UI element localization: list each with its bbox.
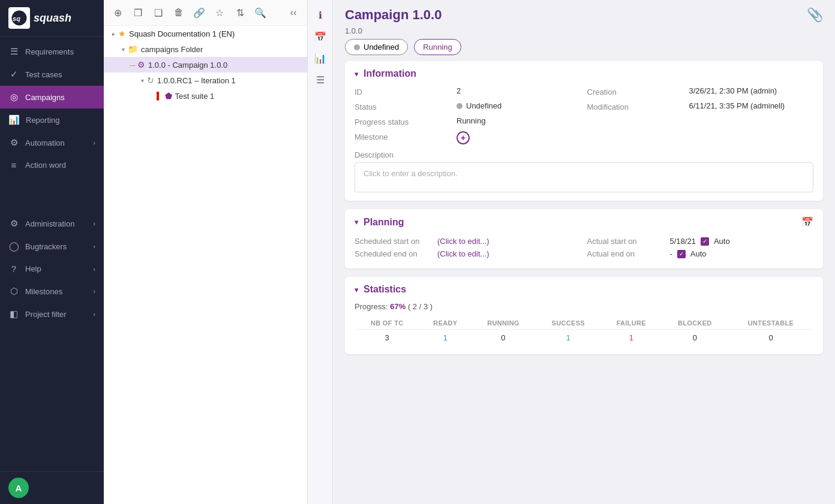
progress-percent: 67% — [390, 302, 406, 311]
sidebar-item-milestones[interactable]: ⬡ Milestones › — [0, 280, 104, 303]
sidebar-item-label: Automation — [25, 138, 65, 147]
auto-label-end: Auto — [690, 249, 707, 258]
scheduled-end-label: Scheduled end on — [355, 249, 432, 258]
tree-node-campaigns-folder[interactable]: ▾ 📁 campaigns Folder — [104, 41, 307, 57]
status-undefined-pill[interactable]: Undefined — [345, 39, 408, 55]
section-chevron-icon: ▾ — [355, 70, 359, 79]
collapse-panel-button[interactable]: ‹‹ — [284, 4, 302, 22]
logo-area: sq squash — [0, 0, 104, 37]
sort-button[interactable]: ⇅ — [231, 4, 249, 22]
tree-node-iteration[interactable]: ▾ ↻ 1.0.0.RC1 – Iteration 1 — [104, 73, 307, 88]
status-undefined-label: Undefined — [364, 43, 399, 52]
sidebar-item-label: Help — [25, 264, 41, 273]
sidebar-item-campaigns[interactable]: ◎ Campaigns — [0, 86, 104, 108]
tree-node-campaign-100[interactable]: — ⚙ 1.0.0 - Campaign 1.0.0 — [104, 57, 307, 73]
list-panel-button[interactable]: ☰ — [310, 70, 331, 90]
val-untestable: 0 — [728, 330, 813, 346]
chevron-right-icon: › — [93, 310, 95, 318]
iteration-label: 1.0.0.RC1 – Iteration 1 — [157, 76, 236, 85]
scheduled-start-value[interactable]: (Click to edit...) — [437, 237, 489, 246]
main-content: Campaign 1.0.0 📎 1.0.0 Undefined Running… — [333, 0, 835, 504]
description-field[interactable]: Click to enter a description. — [355, 162, 813, 192]
info-grid: ID 2 Creation 3/26/21, 2:30 PM (admin) S… — [355, 86, 813, 144]
actual-start-value: 5/18/21 — [670, 237, 696, 246]
sidebar-item-requirements[interactable]: ☰ Requirements — [0, 40, 104, 63]
calendar-icon: 📅 — [801, 216, 813, 228]
star-icon: ★ — [118, 29, 126, 38]
add-button[interactable]: ⊕ — [109, 4, 127, 22]
scheduled-end-value[interactable]: (Click to edit...) — [437, 249, 489, 258]
sidebar-item-action-word[interactable]: ≡ Action word — [0, 154, 104, 176]
test-suite-icon: ⬟ — [165, 91, 172, 101]
add-milestone-button[interactable]: + — [456, 131, 470, 144]
expand-toggle[interactable]: ▸ — [109, 31, 118, 37]
chevron-right-icon: › — [93, 243, 95, 250]
progress-detail: ( 2 / 3 ) — [408, 302, 432, 311]
reporting-icon: 📊 — [8, 114, 20, 125]
val-success: 1 — [535, 330, 601, 346]
info-panel-button[interactable]: ℹ — [310, 5, 331, 25]
statistics-section: ▾ Statistics Progress: 67% ( 2 / 3 ) NB … — [345, 277, 823, 354]
th-ready: READY — [419, 317, 471, 330]
sidebar-item-automation[interactable]: ⚙ Automation › — [0, 131, 104, 154]
campaign-label: 1.0.0 - Campaign 1.0.0 — [148, 61, 227, 70]
id-value: 2 — [456, 86, 581, 95]
paste-button[interactable]: ❑ — [149, 4, 167, 22]
chevron-right-icon: › — [93, 288, 95, 295]
user-avatar[interactable]: A — [8, 478, 29, 498]
sidebar-item-help[interactable]: ? Help › — [0, 258, 104, 280]
sidebar-nav: ☰ Requirements ✓ Test cases ◎ Campaigns … — [0, 37, 104, 471]
delete-button[interactable]: 🗑 — [170, 4, 188, 22]
sidebar-item-bugtrackers[interactable]: ◯ Bugtrackers › — [0, 235, 104, 258]
description-section: Description Click to enter a description… — [355, 150, 813, 192]
statistics-body: Progress: 67% ( 2 / 3 ) NB OF TC READY R… — [345, 302, 823, 354]
calendar-panel-button[interactable]: 📅 — [310, 26, 331, 47]
attach-icon[interactable]: 📎 — [807, 7, 823, 23]
version-tag: 1.0.0 — [333, 26, 835, 39]
search-button[interactable]: 🔍 — [251, 4, 269, 22]
star-button[interactable]: ☆ — [211, 4, 229, 22]
planning-header[interactable]: ▾ Planning 📅 — [345, 209, 823, 235]
test-suite-label: Test suite 1 — [175, 92, 215, 101]
status-label: Status — [355, 101, 450, 111]
status-running-pill[interactable]: Running — [414, 39, 461, 55]
expand-toggle[interactable]: — — [128, 62, 137, 68]
undefined-dot — [354, 44, 360, 50]
progress-status-value: Running — [456, 116, 581, 125]
copy-button[interactable]: ❒ — [129, 4, 147, 22]
expand-toggle[interactable]: ▾ — [118, 46, 128, 53]
sidebar-item-label: Bugtrackers — [25, 242, 67, 251]
tree-node-test-suite[interactable]: ▾ ▌ ⬟ Test suite 1 — [104, 88, 307, 104]
sidebar: sq squash ☰ Requirements ✓ Test cases ◎ … — [0, 0, 104, 504]
sidebar-item-label: Requirements — [25, 47, 74, 56]
creation-value: 3/26/21, 2:30 PM (admin) — [689, 86, 814, 95]
tree-root-label: Squash Documentation 1 (EN) — [129, 29, 235, 38]
modification-label: Modification — [587, 101, 683, 111]
statistics-title: Statistics — [364, 284, 813, 295]
folder-icon: 📁 — [128, 44, 138, 54]
main-header: Campaign 1.0.0 📎 — [333, 0, 835, 26]
table-row: 3 1 0 1 1 0 0 — [355, 330, 813, 346]
information-header[interactable]: ▾ Information — [345, 61, 823, 86]
actual-start-auto-checkbox[interactable]: ✓ — [701, 237, 709, 246]
chart-panel-button[interactable]: 📊 — [310, 48, 331, 68]
sidebar-item-reporting[interactable]: 📊 Reporting — [0, 108, 104, 131]
sidebar-item-project-filter[interactable]: ◧ Project filter › — [0, 303, 104, 325]
link-button[interactable]: 🔗 — [190, 4, 208, 22]
svg-text:sq: sq — [13, 15, 20, 22]
statistics-header[interactable]: ▾ Statistics — [345, 277, 823, 302]
automation-icon: ⚙ — [8, 137, 19, 148]
actual-end-auto-checkbox[interactable]: ✓ — [677, 250, 686, 258]
expand-toggle[interactable]: ▾ — [137, 77, 147, 84]
project-filter-icon: ◧ — [8, 309, 19, 319]
sidebar-item-label: Reporting — [26, 116, 59, 125]
val-failure: 1 — [601, 330, 661, 346]
progress-status-label: Progress status — [355, 116, 450, 126]
status-dot — [456, 103, 462, 109]
chevron-right-icon: › — [93, 220, 95, 227]
planning-title: Planning — [364, 217, 797, 228]
tree-root-node[interactable]: ▸ ★ Squash Documentation 1 (EN) — [104, 26, 307, 41]
sidebar-item-test-cases[interactable]: ✓ Test cases — [0, 63, 104, 86]
sidebar-item-administration[interactable]: ⚙ Administration › — [0, 212, 104, 235]
scheduled-start-label: Scheduled start on — [355, 237, 432, 246]
